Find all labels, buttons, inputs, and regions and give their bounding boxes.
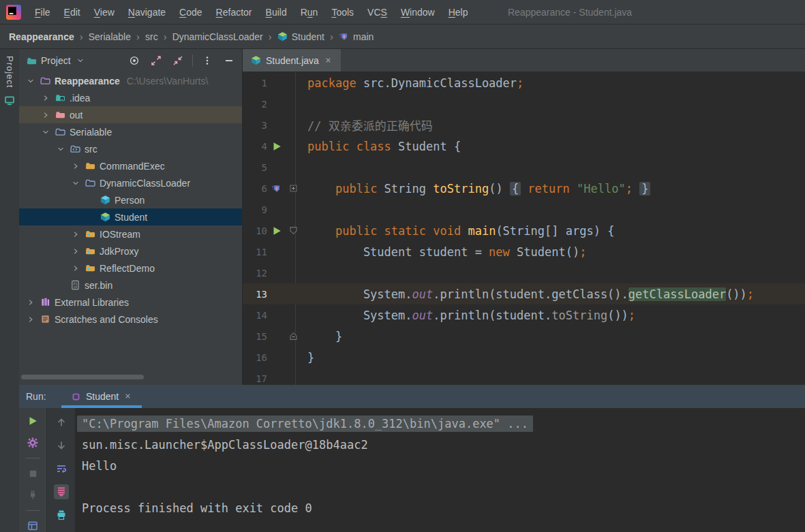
restore-layout-button[interactable] [25, 520, 40, 532]
menu-view[interactable]: View [87, 7, 121, 18]
breadcrumb-dynamicclassloader[interactable]: DynamicClassLoader [172, 31, 263, 42]
chevron-right-icon[interactable] [40, 111, 52, 119]
chevron-right-icon[interactable] [70, 264, 82, 272]
tree-item-iostream[interactable]: IOStream [19, 225, 242, 242]
chevron-down-icon[interactable] [25, 77, 37, 85]
fold-up-icon[interactable] [286, 332, 300, 341]
folder-yellow-dot-icon [85, 263, 95, 274]
hide-icon [224, 55, 234, 66]
folder-outline-blue-icon [55, 127, 65, 138]
run-tab-student[interactable]: Student [61, 385, 142, 408]
class-teal-icon [100, 195, 110, 206]
tree-item-reflectdemo[interactable]: ReflectDemo [19, 260, 242, 277]
soft-wrap-button[interactable] [54, 461, 69, 476]
breadcrumb-label: main [353, 31, 374, 42]
chevron-right-icon[interactable] [25, 315, 37, 324]
class-green-icon [100, 212, 110, 223]
project-panel-header: Project [19, 49, 242, 72]
project-tool-button-label: Project [5, 56, 15, 88]
fold-plus-icon[interactable] [286, 184, 300, 193]
tree-item-student[interactable]: Student [19, 208, 242, 225]
chevron-right-icon[interactable] [70, 230, 82, 238]
tree-item-src[interactable]: src [19, 140, 242, 157]
run-toolbar-right [46, 408, 75, 532]
tree-item-label: ser.bin [85, 280, 112, 291]
scroll-to-end-button[interactable] [54, 484, 69, 499]
override-gutter-icon[interactable] [267, 184, 286, 193]
project-tool-button[interactable]: Project [0, 49, 19, 106]
run-gutter-icon[interactable] [267, 141, 286, 152]
run-gutter-icon[interactable] [267, 225, 286, 236]
menu-refactor[interactable]: Refactor [209, 7, 259, 18]
locate-file-button[interactable] [127, 53, 142, 68]
project-tool-window: Project ReappearanceC:\Users\VanHurts\.i… [19, 49, 243, 385]
tree-item-idea[interactable]: .idea [19, 89, 242, 106]
tree-item-dynamicclassloader[interactable]: DynamicClassLoader [19, 174, 242, 191]
breadcrumb-student[interactable]: Student [277, 31, 324, 42]
collapse-all-button[interactable] [170, 53, 185, 68]
breadcrumb-main[interactable]: main [339, 31, 374, 42]
options-button[interactable] [200, 53, 215, 68]
tree-item-serialable[interactable]: Serialable [19, 123, 242, 140]
code-line-3: 3// 双亲委派的正确代码 [243, 114, 805, 136]
close-icon[interactable] [324, 56, 333, 65]
horizontal-scrollbar[interactable] [21, 375, 144, 379]
chevron-right-icon[interactable] [70, 162, 82, 170]
code-area: 1package src.DynamicClassLoader;23// 双亲委… [243, 72, 805, 385]
code-text: public class Student { [307, 140, 461, 153]
folder-outline-blue-icon [85, 178, 95, 189]
arrow-down-icon [56, 440, 67, 451]
chevron-right-icon[interactable] [40, 94, 52, 102]
line-number: 5 [243, 162, 267, 173]
line-number: 11 [243, 247, 267, 257]
breadcrumb-reappearance[interactable]: Reappearance [9, 31, 74, 42]
library-icon [40, 297, 50, 308]
stop-button[interactable] [25, 467, 40, 480]
breadcrumb-src[interactable]: src [145, 31, 158, 42]
rerun-button[interactable] [25, 415, 40, 427]
fold-down-icon[interactable] [286, 226, 300, 235]
expand-all-button[interactable] [149, 53, 164, 68]
settings-button[interactable] [25, 436, 40, 448]
chevron-down-icon[interactable] [55, 145, 67, 153]
menu-tools[interactable]: Tools [324, 7, 361, 18]
chevron-right-icon[interactable] [25, 298, 37, 307]
tree-item-ser-bin[interactable]: 0110ser.bin [19, 277, 242, 294]
expand-all-icon [151, 55, 162, 66]
next-occurrence-button[interactable] [54, 438, 69, 453]
code-line-17: 17 [243, 368, 805, 385]
tree-item-commandexec[interactable]: CommandExec [19, 157, 242, 174]
close-icon[interactable] [123, 392, 133, 401]
menu-code[interactable]: Code [172, 7, 209, 18]
chevron-down-icon[interactable] [70, 179, 82, 187]
tree-item-person[interactable]: Person [19, 191, 242, 208]
tree-item-reappearance[interactable]: ReappearanceC:\Users\VanHurts\ [19, 72, 242, 89]
chevron-right-icon[interactable] [70, 247, 82, 255]
tree-item-path: C:\Users\VanHurts\ [127, 76, 209, 87]
chevron-down-icon[interactable] [40, 128, 52, 136]
menu-window[interactable]: Window [394, 7, 442, 18]
tree-item-label: ReflectDemo [100, 263, 155, 274]
menu-vcs[interactable]: VCS [361, 7, 394, 18]
menu-build[interactable]: Build [259, 7, 294, 18]
breadcrumb-serialable[interactable]: Serialable [89, 31, 131, 42]
menu-run[interactable]: Run [294, 7, 325, 18]
menu-file[interactable]: File [28, 7, 57, 18]
hide-panel-button[interactable] [222, 53, 237, 68]
line-number: 13 [243, 289, 267, 300]
tree-item-scratches-and-consoles[interactable]: Scratches and Consoles [19, 311, 242, 328]
tree-item-external-libraries[interactable]: External Libraries [19, 294, 242, 311]
prev-occurrence-button[interactable] [54, 415, 69, 430]
tab-student-java[interactable]: Student.java [243, 49, 341, 72]
tree-item-jdkproxy[interactable]: JdkProxy [19, 242, 242, 260]
tree-item-label: IOStream [100, 229, 140, 240]
attach-debugger-button[interactable] [25, 488, 40, 501]
menu-navigate[interactable]: Navigate [121, 7, 172, 18]
more-vertical-icon [202, 55, 213, 66]
project-panel-title[interactable]: Project [41, 55, 71, 66]
chevron-down-icon[interactable] [75, 55, 86, 66]
print-button[interactable] [54, 507, 69, 522]
menu-help[interactable]: Help [442, 7, 475, 18]
tree-item-out[interactable]: out [19, 106, 242, 123]
menu-edit[interactable]: Edit [57, 7, 87, 18]
